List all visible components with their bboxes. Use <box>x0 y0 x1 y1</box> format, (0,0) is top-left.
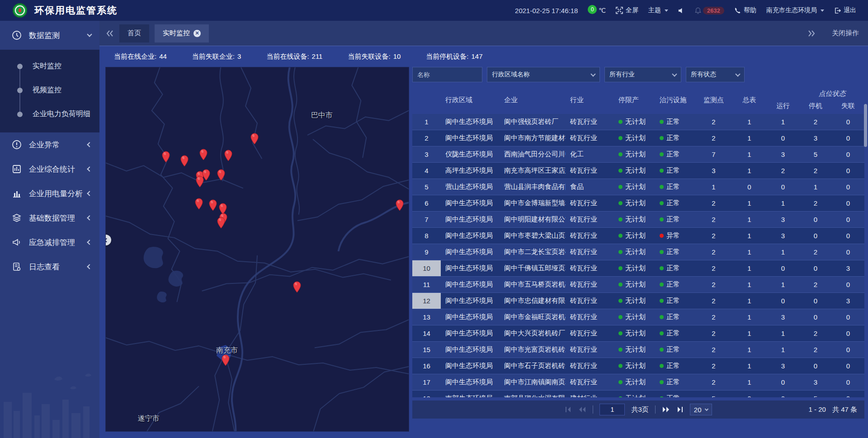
region-filter-select[interactable]: 行政区域名称 <box>487 67 600 82</box>
tab-close-icon[interactable]: ✕ <box>193 30 201 37</box>
cell-lost: 0 <box>832 281 864 288</box>
notifications-button[interactable]: 2632 <box>695 7 724 14</box>
map-pin-icon[interactable] <box>162 151 170 163</box>
temperature-unit: ℃ <box>599 7 606 14</box>
notification-count-badge: 2632 <box>703 7 724 14</box>
row-index: 5 <box>412 179 441 195</box>
row-index: 9 <box>412 244 441 260</box>
cell-industry: 砖瓦行业 <box>566 362 614 370</box>
cell-limit-status: 无计划 <box>614 166 655 175</box>
table-row[interactable]: 10 阆中生态环境局 阆中千佛镇五郎垭页岩 砖瓦行业 无计划 正常 <box>412 260 864 277</box>
table-row[interactable]: 17 阆中生态环境局 阆中市江南镇阆南页岩 砖瓦行业 无计划 正常 <box>412 374 864 391</box>
table-row[interactable]: 6 阆中生态环境局 阆中市金博瑞新型墙材 砖瓦行业 无计划 正常 <box>412 195 864 212</box>
map-pin-icon[interactable] <box>250 133 259 145</box>
table-scrollbar-thumb[interactable] <box>864 104 867 147</box>
close-operations-menu[interactable]: 关闭操作 <box>832 29 859 38</box>
sidebar-item-power-analysis[interactable]: 企业用电量分析 <box>0 181 99 206</box>
cell-running: 1 <box>767 118 799 126</box>
tab-realtime-monitor[interactable]: 实时监控 ✕ <box>155 24 209 42</box>
map-pin-icon[interactable] <box>217 217 225 229</box>
sidebar-item-enterprise-abnormal[interactable]: 企业异常 <box>0 132 99 157</box>
chevron-down-icon <box>704 407 708 411</box>
tabs-scroll-left-button[interactable] <box>106 30 114 37</box>
map-pin-icon[interactable] <box>224 150 232 161</box>
cell-meters: 1 <box>732 232 767 240</box>
status-dot <box>618 234 623 238</box>
table-row[interactable]: 1 阆中生态环境局 阆中强锐页岩砖厂 砖瓦行业 无计划 正常 <box>412 114 864 130</box>
table-row[interactable]: 9 阆中生态环境局 阆中市二龙长宝页岩砖 砖瓦行业 无计划 正常 <box>412 244 864 260</box>
table-row[interactable]: 8 阆中生态环境局 阆中市枣碧大梁山页岩 砖瓦行业 无计划 异常 <box>412 228 864 244</box>
page-size-select[interactable]: 20 <box>690 404 712 415</box>
page-number-input[interactable]: 1 <box>599 404 625 415</box>
map[interactable]: 巴中市 南充市 遂宁市 <box>105 67 409 432</box>
column-header-region: 行政区域 <box>441 96 500 104</box>
name-filter-input[interactable] <box>412 67 482 82</box>
org-menu-button[interactable]: 南充市生态环境局 <box>766 6 824 14</box>
cell-running: 0 <box>767 395 799 397</box>
next-page-button[interactable] <box>662 406 670 413</box>
cell-region: 仪陇生态环境局 <box>441 150 500 159</box>
map-pin-icon[interactable] <box>180 155 189 167</box>
cell-running: 0 <box>767 183 799 191</box>
table-row[interactable]: 3 仪陇生态环境局 西南油气田分公司川中 化工 无计划 正常 <box>412 146 864 163</box>
last-page-button[interactable] <box>676 406 684 413</box>
tab-home[interactable]: 首页 <box>119 24 149 42</box>
cell-lost: 0 <box>832 199 864 207</box>
sidebar-group-data-monitor[interactable]: 数据监测 <box>0 21 99 50</box>
cell-lost: 0 <box>832 216 864 223</box>
table-row[interactable]: 11 阆中生态环境局 阆中市五马桥页岩机砖 砖瓦行业 无计划 正常 <box>412 277 864 293</box>
table-row[interactable]: 7 阆中生态环境局 阆中明阳建材有限公司 砖瓦行业 无计划 正常 <box>412 212 864 228</box>
prev-page-button[interactable] <box>578 406 586 413</box>
cell-company: 阆中市光富页岩机砖厂 <box>500 345 566 354</box>
table-row[interactable]: 13 阆中生态环境局 阆中市金福旺页岩机砖 砖瓦行业 无计划 正常 <box>412 309 864 325</box>
sidebar-item-power-load-detail[interactable]: 企业电力负荷明细 <box>0 102 99 126</box>
table-row[interactable]: 12 阆中生态环境局 阆中市忠信建材有限公 砖瓦行业 无计划 正常 <box>412 293 864 309</box>
logout-icon <box>834 7 841 14</box>
table-row[interactable]: 4 高坪生态环境局 南充市高坪区王家店建 砖瓦行业 无计划 正常 <box>412 163 864 179</box>
sidebar-item-realtime-monitor[interactable]: 实时监控 <box>0 54 99 78</box>
map-pin-icon[interactable] <box>209 199 217 211</box>
stat-item: 当前失联企业: 3 <box>192 52 241 61</box>
table-row[interactable]: 5 营山生态环境局 营山县润丰肉食品有限 食品 无计划 正常 <box>412 179 864 195</box>
column-group-point-status: 点位状态 运行 停机 失联 <box>767 86 864 114</box>
table-row[interactable]: 15 阆中生态环境局 阆中市光富页岩机砖厂 砖瓦行业 无计划 正常 <box>412 342 864 358</box>
stats-bar: 当前在线企业: 44 当前失联企业: 3 当前在线设备: 211 当前失联设备:… <box>99 46 868 67</box>
fullscreen-button[interactable]: 全屏 <box>616 6 638 14</box>
row-index: 17 <box>412 374 441 390</box>
map-pin-icon[interactable] <box>196 176 204 188</box>
sidebar-item-base-data[interactable]: 基础数据管理 <box>0 206 99 230</box>
logout-button[interactable]: 退出 <box>834 6 856 14</box>
cell-lost: 0 <box>832 362 864 370</box>
cell-facility-status: 正常 <box>655 313 695 321</box>
sidebar: 数据监测 实时监控 视频监控 企业电力负荷明细 企业异常 企业综合统计 企业用电… <box>0 21 99 438</box>
sound-mute-button[interactable] <box>678 7 685 14</box>
sidebar-item-log-view[interactable]: 日志查看 <box>0 254 99 279</box>
sidebar-item-enterprise-statistics[interactable]: 企业综合统计 <box>0 157 99 181</box>
map-pin-icon[interactable] <box>217 169 225 181</box>
help-button[interactable]: 帮助 <box>734 6 756 14</box>
map-pin-icon[interactable] <box>396 199 404 211</box>
map-pin-icon[interactable] <box>293 281 301 293</box>
table-row[interactable]: 16 阆中生态环境局 阆中市石子页岩机砖厂 砖瓦行业 无计划 正常 <box>412 358 864 374</box>
chevron-down-icon <box>665 9 668 12</box>
table-row[interactable]: 18 南部生态环境局 南部县砌化水泥有限公 建材行业 无计划 正常 <box>412 391 864 397</box>
cell-points: 2 <box>695 346 732 353</box>
column-header-stopped: 停机 <box>799 102 832 110</box>
map-pin-icon[interactable] <box>195 198 203 210</box>
tabs-scroll-right-button[interactable] <box>807 30 816 37</box>
industry-filter-select[interactable]: 所有行业 <box>604 67 681 82</box>
sidebar-item-emergency-reduction[interactable]: 应急减排管理 <box>0 230 99 254</box>
status-filter-select[interactable]: 所有状态 <box>686 67 745 82</box>
theme-button[interactable]: 主题 <box>648 6 668 14</box>
sidebar-item-video-monitor[interactable]: 视频监控 <box>0 78 99 102</box>
map-pin-icon[interactable] <box>222 354 230 366</box>
table-row[interactable]: 14 阆中生态环境局 阆中大兴页岩机砖厂 砖瓦行业 无计划 正常 <box>412 325 864 342</box>
status-dot <box>660 250 664 254</box>
status-dot <box>660 217 664 221</box>
cell-limit-status: 无计划 <box>614 329 655 338</box>
cell-region: 阆中生态环境局 <box>441 362 500 370</box>
table-row[interactable]: 2 阆中生态环境局 阆中市南方节能建材有 砖瓦行业 无计划 正常 <box>412 130 864 146</box>
map-pin-icon[interactable] <box>199 149 208 160</box>
cell-meters: 1 <box>732 330 767 337</box>
first-page-button[interactable] <box>565 406 572 413</box>
